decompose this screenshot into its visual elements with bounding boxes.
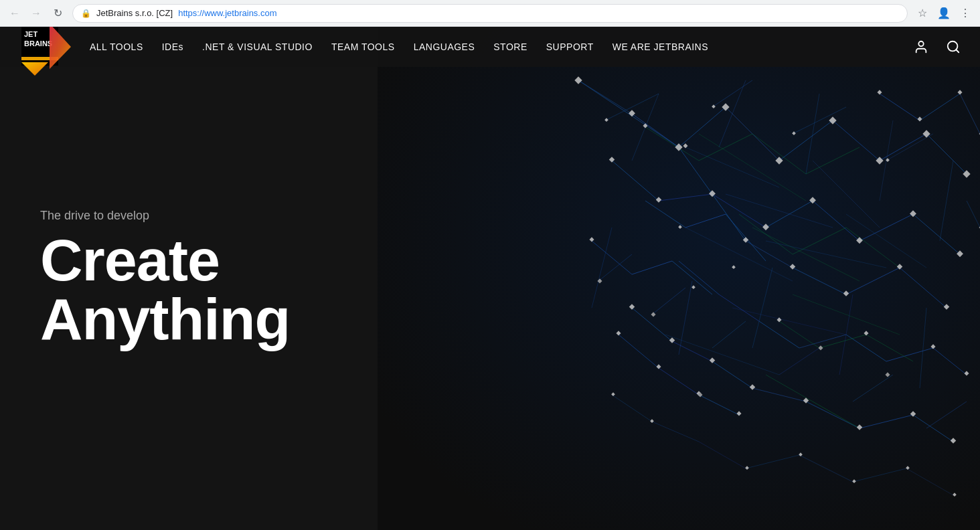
svg-text:JET: JET [24,30,37,38]
hero-tagline: The drive to develop [40,209,980,223]
browser-nav-buttons: ← → ↻ [5,4,67,23]
address-bar[interactable]: 🔒 JetBrains s.r.o. [CZ] https://www.jetb… [72,4,908,23]
logo-container[interactable]: JET BRAINS [16,27,76,77]
svg-text:BRAINS: BRAINS [24,39,52,48]
browser-chrome: ← → ↻ 🔒 JetBrains s.r.o. [CZ] https://ww… [0,0,980,27]
nav-support[interactable]: SUPPORT [546,41,594,52]
nav-team-tools[interactable]: TEAM TOOLS [331,41,395,52]
bookmark-button[interactable]: ☆ [913,4,932,23]
svg-point-174 [918,41,923,46]
jetbrains-logo: JET BRAINS [16,27,76,77]
refresh-button[interactable]: ↻ [48,4,67,23]
hero-section: The drive to develop Create Anything [0,27,980,530]
website-container: JET BRAINS [0,27,980,530]
forward-button[interactable]: → [27,4,46,23]
back-button[interactable]: ← [5,4,24,23]
hero-title-line1: Create [40,227,220,293]
nav-languages[interactable]: LANGUAGES [414,41,475,52]
security-lock-icon: 🔒 [81,9,91,18]
navbar: JET BRAINS [0,27,980,67]
account-button[interactable]: 👤 [934,4,953,23]
nav-dotnet[interactable]: .NET & VISUAL STUDIO [202,41,313,52]
nav-ides[interactable]: IDEs [162,41,183,52]
svg-marker-172 [50,27,71,69]
svg-line-176 [956,50,959,52]
search-icon [946,39,961,54]
nav-about[interactable]: WE ARE JETBRAINS [612,41,708,52]
company-name: JetBrains s.r.o. [CZ] [96,8,173,18]
url-text: https://www.jetbrains.com [178,8,276,18]
user-account-button[interactable] [910,36,932,58]
hero-title: Create Anything [40,231,980,349]
nav-links: ALL TOOLS IDEs .NET & VISUAL STUDIO TEAM… [90,41,910,52]
nav-right-icons [910,36,964,58]
browser-action-buttons: ☆ 👤 ⋮ [913,4,975,23]
more-button[interactable]: ⋮ [956,4,975,23]
search-button[interactable] [943,36,964,58]
nav-all-tools[interactable]: ALL TOOLS [90,41,143,52]
hero-title-line2: Anything [40,286,290,352]
nav-store[interactable]: STORE [493,41,527,52]
svg-marker-173 [21,62,48,76]
user-icon [914,39,928,54]
